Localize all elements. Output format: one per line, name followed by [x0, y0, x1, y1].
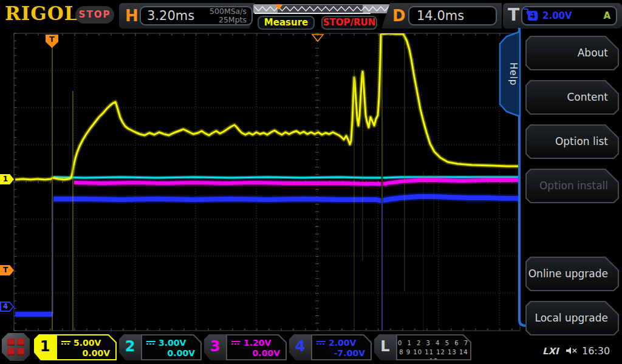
channel-3-status[interactable]: 3 1.20V 0.00V — [204, 334, 287, 360]
channel-2-tab: 2 — [119, 334, 141, 360]
channel-1-status[interactable]: 1 5.00V 0.00V — [34, 334, 117, 360]
trigger-mode: A — [603, 10, 610, 21]
channel-4-status[interactable]: 4 2.00V -7.00V — [289, 334, 372, 360]
channel-1-scale: 5.00V — [73, 338, 101, 348]
digital-channels-row1: 0 1 2 3 4 5 6 7 — [397, 339, 470, 348]
stop-run-button[interactable]: STOP/RUN — [321, 16, 377, 30]
timebase-box[interactable]: 3.20ms 500MSa/s 25Mpts — [140, 6, 253, 25]
channel-2-offset: 0.00V — [142, 348, 200, 358]
dc-coupling-icon — [231, 341, 241, 345]
menu-item-local-upgrade[interactable]: Local upgrade — [525, 301, 619, 335]
tab-help[interactable]: Help — [503, 39, 519, 109]
delay-box[interactable]: 14.0ms — [408, 6, 497, 25]
memory-trigger-marker-icon — [275, 4, 283, 10]
dc-coupling-icon — [316, 341, 326, 345]
channel-1-offset: 0.00V — [57, 348, 115, 358]
h-label: H — [125, 7, 138, 25]
channel-1-tab: 1 — [34, 334, 56, 360]
lxi-logo: LXI — [542, 346, 559, 357]
acquisition-info: 500MSa/s 25Mpts — [210, 7, 251, 25]
channel-3-offset: 0.00V — [227, 348, 285, 358]
measure-button[interactable]: Measure — [258, 16, 315, 30]
speaker-muted-icon — [565, 346, 578, 356]
rigol-logo: RIGOL — [5, 2, 78, 24]
clock: 16:30 — [582, 345, 610, 357]
memory-displayed-underline — [255, 13, 371, 14]
timebase-value: 3.20ms — [141, 8, 194, 23]
sample-rate: 500MSa/s — [210, 7, 247, 16]
dc-coupling-icon — [146, 341, 156, 345]
channel-4-scale: 2.00V — [329, 338, 356, 348]
d-label: D — [392, 7, 406, 25]
delay-value: 14.0ms — [409, 8, 464, 23]
channel-4-tab: 4 — [289, 334, 311, 360]
menu-item-online-upgrade[interactable]: Online upgrade — [525, 257, 619, 291]
channel-2-scale: 3.00V — [159, 338, 186, 348]
menu-item-option-list[interactable]: Option list — [525, 124, 619, 159]
channel-2-status[interactable]: 2 3.00V 0.00V — [119, 334, 202, 360]
oscilloscope-screen: RIGOL STOP H 3.20ms 500MSa/s 25Mpts Meas… — [0, 0, 622, 364]
channel-3-scale: 1.20V — [244, 338, 271, 348]
channel-4-offset: -7.00V — [312, 348, 371, 358]
logic-analyzer-status[interactable]: L 0 1 2 3 4 5 6 7 8 9 10 11 12 13 14 15 — [374, 334, 471, 360]
run-state-badge: STOP — [75, 6, 114, 24]
memory-depth: 25Mpts — [219, 15, 247, 24]
logic-tab: L — [374, 334, 396, 360]
system-menu-button[interactable] — [2, 333, 30, 361]
menu-item-content[interactable]: Content — [525, 80, 619, 115]
menu-item-option-install[interactable]: Option install — [525, 169, 619, 203]
menu-item-about[interactable]: About — [525, 36, 619, 70]
channel-3-tab: 3 — [204, 334, 226, 360]
red-grid-icon — [7, 339, 24, 356]
dc-coupling-icon — [61, 341, 70, 345]
